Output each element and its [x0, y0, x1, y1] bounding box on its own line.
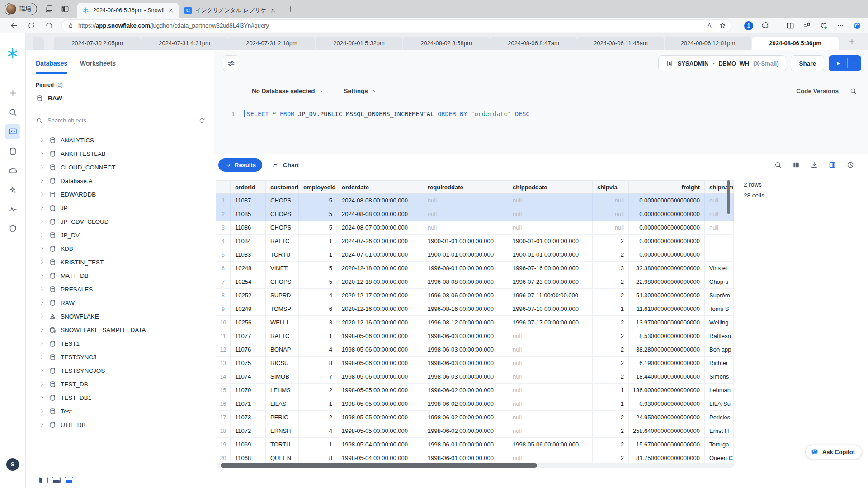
code-versions-link[interactable]: Code Versions	[796, 88, 839, 94]
browser-profile-chip[interactable]: 職場	[5, 3, 37, 15]
layout-split-icon[interactable]	[65, 477, 73, 483]
layout-sidebar-icon[interactable]	[39, 477, 48, 483]
cell-orderdate[interactable]: 1998-05-05 00:00:00.000	[337, 424, 423, 437]
search-objects-input[interactable]	[47, 117, 194, 124]
cell-shipvia[interactable]: 2	[593, 235, 629, 248]
vertical-scrollbar[interactable]	[727, 180, 730, 214]
database-list-item[interactable]: KDB	[26, 242, 214, 255]
cell-employeeid[interactable]: 1	[299, 438, 337, 451]
cell-orderid[interactable]: 11073	[231, 411, 266, 424]
cell-orderid[interactable]: 11087	[231, 194, 266, 207]
cell-requireddate[interactable]: 1900-01-01 00:00:00.000	[423, 248, 508, 261]
cell-requireddate[interactable]: 1996-08-12 00:00:00.000	[423, 316, 508, 329]
cell-employeeid[interactable]: 5	[299, 275, 337, 288]
worksheet-tab-8[interactable]: 2024-08-06 12:01pm	[665, 37, 751, 50]
tab-results[interactable]: Results	[218, 158, 262, 172]
cell-shipvia[interactable]: 1	[593, 384, 629, 397]
chevron-right-icon[interactable]	[39, 422, 45, 427]
cell-orderdate[interactable]: 2024-08-08 00:00:00.000	[337, 207, 423, 221]
cell-employeeid[interactable]: 5	[299, 221, 337, 234]
cell-orderdate[interactable]: 1998-05-05 00:00:00.000	[337, 384, 423, 397]
database-selector[interactable]: No Database selected	[252, 88, 325, 94]
table-row[interactable]: 1311075RICSU81998-05-06 00:00:00.0001998…	[216, 357, 734, 370]
cell-freight[interactable]: 8.53000000000000000	[629, 329, 705, 343]
split-view-icon[interactable]	[828, 161, 836, 169]
cell-shipvia[interactable]: 2	[593, 329, 629, 343]
cell-freight[interactable]: 24.95000000000000000	[629, 411, 705, 424]
sql-line[interactable]: SELECT * FROM JP_DV.PUBLIC.MSSQL_ORDERS_…	[244, 110, 529, 117]
workspaces-icon[interactable]	[44, 5, 53, 14]
database-list-item[interactable]: Test	[26, 404, 214, 418]
cell-freight[interactable]: 0.00000000000000000	[629, 207, 705, 221]
cell-orderid[interactable]: 11083	[231, 248, 266, 261]
cell-requireddate[interactable]: 1996-08-01 00:00:00.000	[423, 262, 508, 275]
cell-shipname[interactable]: Simons	[705, 370, 734, 383]
row-number[interactable]: 6	[216, 262, 231, 275]
cell-shipvia[interactable]: 1	[593, 302, 629, 315]
worksheet-tab-9[interactable]: 2024-08-06 5:36pm	[752, 37, 839, 50]
row-number[interactable]: 10	[216, 316, 231, 329]
pinned-item[interactable]: RAW	[26, 91, 214, 105]
cell-shipvia[interactable]: 2	[593, 424, 629, 437]
columns-icon[interactable]	[792, 161, 800, 169]
cell-orderid[interactable]: 10248	[231, 262, 266, 275]
worksheet-tab-7[interactable]: 2024-08-06 11:46am	[577, 37, 664, 50]
cell-freight[interactable]: 38.28000000000000000	[629, 343, 705, 356]
cell-shippeddate[interactable]: null	[508, 451, 593, 465]
cell-orderid[interactable]: 11068	[231, 451, 266, 465]
database-list-item[interactable]: JP_CDV_CLOUD	[26, 215, 214, 228]
cell-orderid[interactable]: 10254	[231, 275, 266, 288]
worksheet-tab-4[interactable]: 2024-08-01 5:32pm	[316, 37, 402, 50]
cell-orderid[interactable]: 11072	[231, 424, 266, 437]
cell-freight[interactable]: 6.19000000000000000	[629, 357, 705, 370]
cell-shippeddate[interactable]: null	[508, 411, 593, 424]
cell-employeeid[interactable]: 4	[299, 343, 337, 356]
settings-dropdown[interactable]: Settings	[344, 88, 378, 94]
tab-chart[interactable]: Chart	[272, 161, 299, 169]
cell-requireddate[interactable]: 1998-06-02 00:00:00.000	[423, 411, 508, 424]
cell-requireddate[interactable]: 1996-08-08 00:00:00.000	[423, 275, 508, 288]
cell-orderdate[interactable]: 2020-12-18 00:00:00.000	[337, 275, 423, 288]
cell-orderdate[interactable]: 2024-07-26 00:00:00.000	[337, 235, 423, 248]
database-list-item[interactable]: UTIL_DB	[26, 418, 214, 432]
cell-shipvia[interactable]: null	[593, 207, 629, 221]
extensions-icon[interactable]	[761, 21, 770, 30]
cell-employeeid[interactable]: 1	[299, 248, 337, 261]
chevron-right-icon[interactable]	[39, 273, 45, 278]
cell-freight[interactable]: 0.00000000000000000	[629, 194, 705, 207]
cell-customerid[interactable]: RATTC	[266, 235, 299, 248]
cell-employeeid[interactable]: 4	[299, 424, 337, 437]
databases-icon[interactable]	[5, 143, 20, 159]
chevron-right-icon[interactable]	[39, 286, 45, 292]
database-list-item[interactable]: KRISTIN_TEST	[26, 255, 214, 269]
table-row[interactable]: 1010256WELLI32020-12-16 00:00:00.0001996…	[216, 316, 734, 329]
chevron-right-icon[interactable]	[39, 381, 45, 387]
run-play-icon[interactable]	[829, 60, 847, 67]
cell-orderdate[interactable]: 1998-05-06 00:00:00.000	[337, 343, 423, 356]
cell-customerid[interactable]: LILAS	[266, 397, 299, 410]
chevron-right-icon[interactable]	[39, 232, 45, 238]
cell-shipvia[interactable]: 2	[593, 451, 629, 465]
cell-shipvia[interactable]: 2	[593, 275, 629, 288]
cell-orderid[interactable]: 11071	[231, 397, 266, 410]
cell-orderdate[interactable]: 2024-08-08 00:00:00.000	[337, 194, 423, 207]
database-list-item[interactable]: Database.A	[26, 174, 214, 188]
cell-requireddate[interactable]: 1998-06-01 00:00:00.000	[423, 451, 508, 465]
cell-shippeddate[interactable]: null	[508, 384, 593, 397]
database-list-item[interactable]: CLOUD_CONNECT	[26, 160, 214, 174]
worksheet-tab-partial[interactable]	[33, 37, 44, 50]
cell-requireddate[interactable]: 1900-01-01 00:00:00.000	[423, 235, 508, 248]
column-header-orderdate[interactable]: orderdate	[337, 181, 423, 193]
cell-orderid[interactable]: 11075	[231, 357, 266, 370]
row-number[interactable]: 14	[216, 370, 231, 383]
row-number[interactable]: 13	[216, 357, 231, 370]
cell-orderdate[interactable]: 1998-05-05 00:00:00.000	[337, 411, 423, 424]
worksheet-tab-6[interactable]: 2024-08-06 8:47am	[490, 37, 577, 50]
cell-requireddate[interactable]: 1998-06-03 00:00:00.000	[423, 343, 508, 356]
plus-icon[interactable]	[5, 85, 20, 100]
cell-customerid[interactable]: TORTU	[266, 438, 299, 451]
cell-customerid[interactable]: RATTC	[266, 329, 299, 343]
cell-customerid[interactable]: BONAP	[266, 343, 299, 356]
row-number[interactable]: 19	[216, 438, 231, 451]
cell-shipname[interactable]: Chop-s	[705, 275, 734, 288]
